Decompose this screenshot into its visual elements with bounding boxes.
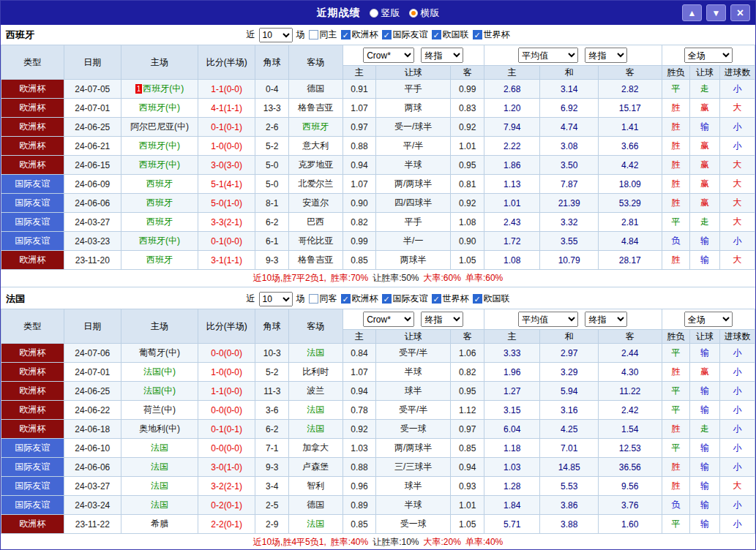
home-team[interactable]: 法国: [121, 477, 198, 496]
home-team[interactable]: 法国: [121, 496, 198, 515]
match-score[interactable]: 0-1(0-1): [198, 118, 255, 137]
handicap-line: 球半: [376, 477, 451, 496]
match-score[interactable]: 0-1(0-1): [198, 420, 255, 439]
away-team[interactable]: 西班牙: [289, 118, 343, 137]
away-team[interactable]: 智利: [289, 477, 343, 496]
match-score[interactable]: 1-0(0-0): [198, 363, 255, 382]
home-team[interactable]: 法国(中): [121, 363, 198, 382]
col-header-corner: 角球: [255, 45, 289, 80]
away-team[interactable]: 格鲁吉亚: [289, 251, 343, 270]
match-score[interactable]: 1-1(0-0): [198, 382, 255, 401]
match-score[interactable]: 3-0(1-0): [198, 458, 255, 477]
home-team[interactable]: 法国: [121, 458, 198, 477]
home-team[interactable]: 西班牙(中): [121, 156, 198, 175]
home-team[interactable]: 西班牙: [121, 194, 198, 213]
home-team-name: 西班牙(中): [143, 83, 184, 94]
col-header-score: 比分(半场): [198, 45, 255, 80]
col-header-date: 日期: [64, 45, 121, 80]
match-count-select[interactable]: 10: [259, 28, 293, 42]
away-team[interactable]: 法国: [289, 344, 343, 363]
fulltime-select[interactable]: 全场: [684, 48, 733, 63]
away-team[interactable]: 意大利: [289, 137, 343, 156]
same-venue-checkbox[interactable]: 同客: [309, 293, 337, 305]
match-score[interactable]: 0-0(0-0): [198, 439, 255, 458]
odds-company-select[interactable]: Crow*: [363, 312, 414, 327]
away-team[interactable]: 法国: [289, 420, 343, 439]
match-score[interactable]: 4-1(1-1): [198, 99, 255, 118]
match-score[interactable]: 0-0(0-0): [198, 344, 255, 363]
away-odds: 1.08: [451, 213, 484, 232]
match-score[interactable]: 5-0(1-0): [198, 194, 255, 213]
move-up-button[interactable]: ▲: [682, 4, 702, 21]
league-checkbox-0[interactable]: 欧洲杯: [341, 293, 378, 305]
away-team[interactable]: 巴西: [289, 213, 343, 232]
same-venue-checkbox[interactable]: 同主: [309, 29, 337, 41]
league-checkbox-1[interactable]: 国际友谊: [382, 293, 428, 305]
league-checkbox-1[interactable]: 国际友谊: [382, 29, 428, 41]
home-team[interactable]: 西班牙: [121, 175, 198, 194]
away-team[interactable]: 克罗地亚: [289, 156, 343, 175]
match-score[interactable]: 0-1(0-0): [198, 232, 255, 251]
avg-home-odds: 3.33: [484, 344, 540, 363]
odds-company-select[interactable]: Crow*: [363, 48, 414, 63]
match-count-select[interactable]: 10: [259, 292, 293, 306]
match-score[interactable]: 0-2(0-1): [198, 496, 255, 515]
col-header-score: 比分(半场): [198, 309, 255, 344]
away-team[interactable]: 法国: [289, 515, 343, 534]
league-checkbox-3[interactable]: 欧国联: [473, 293, 510, 305]
match-score[interactable]: 3-2(2-1): [198, 477, 255, 496]
layout-horizontal-option[interactable]: 横版: [409, 7, 440, 20]
header-group-average: 平均值 终指: [484, 45, 662, 66]
fulltime-select[interactable]: 全场: [684, 312, 733, 327]
odds-time-select[interactable]: 终指: [421, 48, 463, 63]
match-score[interactable]: 0-0(0-0): [198, 401, 255, 420]
away-team[interactable]: 法国: [289, 401, 343, 420]
match-score[interactable]: 3-1(1-1): [198, 251, 255, 270]
league-checkbox-2[interactable]: 欧国联: [432, 29, 469, 41]
match-score[interactable]: 1-0(0-0): [198, 137, 255, 156]
away-team[interactable]: 比利时: [289, 363, 343, 382]
home-team[interactable]: 西班牙(中): [121, 99, 198, 118]
average-time-select[interactable]: 终指: [585, 312, 627, 327]
league-checkbox-3[interactable]: 世界杯: [473, 29, 510, 41]
home-team[interactable]: 荷兰(中): [121, 401, 198, 420]
home-team[interactable]: 法国: [121, 439, 198, 458]
home-team[interactable]: 法国(中): [121, 382, 198, 401]
away-team[interactable]: 德国: [289, 496, 343, 515]
average-time-select[interactable]: 终指: [585, 48, 627, 63]
corner-count: 5-0: [255, 175, 289, 194]
away-team[interactable]: 德国: [289, 80, 343, 99]
away-team[interactable]: 波兰: [289, 382, 343, 401]
move-down-button[interactable]: ▼: [706, 4, 726, 21]
sub-header-avg-home: 主: [484, 66, 540, 80]
home-team[interactable]: 阿尔巴尼亚(中): [121, 118, 198, 137]
home-team[interactable]: 西班牙: [121, 251, 198, 270]
handicap-line: 受平/半: [376, 344, 451, 363]
home-team[interactable]: 西班牙(中): [121, 137, 198, 156]
away-team[interactable]: 安道尔: [289, 194, 343, 213]
match-score[interactable]: 3-0(3-0): [198, 156, 255, 175]
home-team[interactable]: 西班牙: [121, 213, 198, 232]
average-select[interactable]: 平均值: [518, 48, 578, 63]
league-checkbox-2[interactable]: 世界杯: [432, 293, 469, 305]
match-score[interactable]: 1-1(0-0): [198, 80, 255, 99]
home-team[interactable]: 奥地利(中): [121, 420, 198, 439]
away-team[interactable]: 北爱尔兰: [289, 175, 343, 194]
match-score[interactable]: 3-3(2-1): [198, 213, 255, 232]
match-score[interactable]: 2-2(0-1): [198, 515, 255, 534]
match-score[interactable]: 5-1(4-1): [198, 175, 255, 194]
away-team[interactable]: 加拿大: [289, 439, 343, 458]
layout-vertical-option[interactable]: 竖版: [370, 7, 400, 20]
home-team[interactable]: 葡萄牙(中): [121, 344, 198, 363]
average-select[interactable]: 平均值: [518, 312, 578, 327]
home-team[interactable]: 希腊: [121, 515, 198, 534]
home-odds: 0.82: [343, 213, 376, 232]
away-team[interactable]: 哥伦比亚: [289, 232, 343, 251]
home-team[interactable]: 1西班牙(中): [121, 80, 198, 99]
league-checkbox-0[interactable]: 欧洲杯: [341, 29, 378, 41]
odds-time-select[interactable]: 终指: [421, 312, 463, 327]
home-team[interactable]: 西班牙(中): [121, 232, 198, 251]
close-button[interactable]: ×: [730, 4, 750, 21]
away-team[interactable]: 格鲁吉亚: [289, 99, 343, 118]
away-team[interactable]: 卢森堡: [289, 458, 343, 477]
